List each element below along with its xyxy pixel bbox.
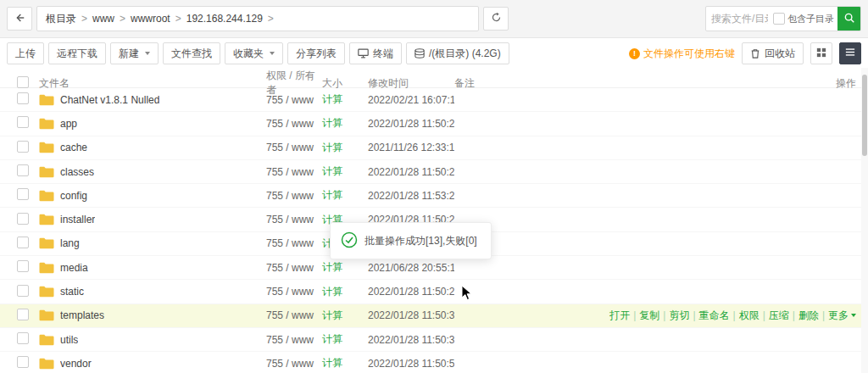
row-action-8[interactable]: 更多 <box>828 309 849 323</box>
right-click-hint: ! 文件操作可使用右键 <box>629 47 735 61</box>
row-action-7[interactable]: 删除 <box>798 309 819 323</box>
search-input[interactable] <box>706 13 773 25</box>
search-button[interactable] <box>837 7 860 31</box>
header-size[interactable]: 大小 <box>322 76 368 91</box>
table-row[interactable]: utils 755 / www 计算 2022/01/28 11:50:33 <box>0 328 868 352</box>
new-menu-button[interactable]: 新建 <box>110 42 159 64</box>
exclamation-icon: ! <box>629 48 640 59</box>
file-name[interactable]: ChatNet v1.8.1 Nulled <box>60 94 159 106</box>
row-permission: 755 / www <box>266 334 322 346</box>
row-mtime: 2022/01/28 11:50:33 <box>368 334 454 346</box>
row-checkbox[interactable] <box>17 285 29 297</box>
table-row[interactable]: classes 755 / www 计算 2022/01/28 11:50:24 <box>0 160 868 184</box>
terminal-button[interactable]: 终端 <box>349 42 402 64</box>
size-calc-link[interactable]: 计算 <box>322 286 342 298</box>
include-subdir-checkbox[interactable] <box>773 13 785 25</box>
back-button[interactable] <box>7 7 32 31</box>
file-name[interactable]: config <box>60 190 87 202</box>
row-checkbox[interactable] <box>17 188 29 200</box>
size-calc-link[interactable]: 计算 <box>322 142 342 153</box>
row-checkbox[interactable] <box>17 164 29 176</box>
row-checkbox[interactable] <box>17 356 29 368</box>
table-row[interactable]: cache 755 / www 计算 2021/11/26 12:33:11 <box>0 136 868 160</box>
scrollbar-thumb[interactable] <box>862 75 867 156</box>
upload-label: 上传 <box>15 47 36 61</box>
table-row[interactable]: static 755 / www 计算 2022/01/28 11:50:29 <box>0 280 868 303</box>
select-all-checkbox[interactable] <box>17 76 29 88</box>
remote-download-button[interactable]: 远程下载 <box>48 42 106 64</box>
table-row[interactable]: config 755 / www 计算 2022/01/28 11:53:26 <box>0 184 868 208</box>
header-note: 备注 <box>454 76 639 91</box>
disk-usage-button[interactable]: /(根目录) (4.2G) <box>406 42 509 64</box>
include-subdir-option[interactable]: 包含子目录 <box>773 13 834 25</box>
recycle-bin-button[interactable]: 回收站 <box>742 42 804 64</box>
table-row[interactable]: templates 755 / www 计算 2022/01/28 11:50:… <box>0 304 868 328</box>
action-separator: | <box>633 309 636 321</box>
size-calc-link[interactable]: 计算 <box>322 333 342 345</box>
refresh-button[interactable] <box>483 7 509 31</box>
row-checkbox[interactable] <box>17 309 29 320</box>
file-name[interactable]: templates <box>60 309 104 321</box>
favorites-menu-button[interactable]: 收藏夹 <box>225 42 283 64</box>
row-checkbox[interactable] <box>17 92 29 104</box>
include-subdir-label: 包含子目录 <box>787 13 834 25</box>
upload-button[interactable]: 上传 <box>7 42 44 64</box>
share-list-button[interactable]: 分享列表 <box>287 42 345 64</box>
breadcrumb-item[interactable]: wwwroot <box>131 13 170 25</box>
row-checkbox[interactable] <box>17 116 29 128</box>
grid-view-button[interactable] <box>810 42 832 64</box>
header-mtime[interactable]: 修改时间 <box>368 76 454 91</box>
row-permission: 755 / www <box>266 118 322 130</box>
row-action-4[interactable]: 重命名 <box>699 309 730 323</box>
size-calc-link[interactable]: 计算 <box>322 189 342 201</box>
row-permission: 755 / www <box>266 190 322 202</box>
file-name[interactable]: classes <box>60 166 94 178</box>
breadcrumb-item[interactable]: 192.168.244.129 <box>186 13 263 25</box>
row-action-1[interactable]: 打开 <box>609 309 630 323</box>
trash-icon <box>750 48 760 58</box>
table-row[interactable]: media 755 / www 计算 2021/06/28 20:55:17 <box>0 256 868 280</box>
file-name[interactable]: utils <box>60 334 78 346</box>
file-name[interactable]: media <box>60 262 88 274</box>
row-action-5[interactable]: 权限 <box>739 309 760 323</box>
file-name[interactable]: lang <box>60 237 80 249</box>
file-name[interactable]: vendor <box>60 358 92 370</box>
table-row[interactable]: vendor 755 / www 计算 2022/01/28 11:50:53 <box>0 352 868 373</box>
row-permission: 755 / www <box>266 262 322 274</box>
scrollbar-track[interactable] <box>861 68 868 373</box>
row-checkbox[interactable] <box>17 141 29 153</box>
size-calc-link[interactable]: 计算 <box>322 93 342 105</box>
breadcrumb-item[interactable]: www <box>92 13 114 25</box>
table-row[interactable]: ChatNet v1.8.1 Nulled 755 / www 计算 2022/… <box>0 88 868 112</box>
folder-icon <box>39 286 54 298</box>
row-action-3[interactable]: 剪切 <box>669 309 689 323</box>
file-search-button[interactable]: 文件查找 <box>163 42 220 64</box>
disk-usage-label: /(根目录) (4.2G) <box>429 47 501 61</box>
size-calc-link[interactable]: 计算 <box>322 165 342 177</box>
row-action-6[interactable]: 压缩 <box>769 309 789 323</box>
file-name[interactable]: app <box>60 118 77 130</box>
file-manager: 根目录>www>wwwroot>192.168.244.129> 包含子目录 上… <box>0 0 868 373</box>
row-checkbox[interactable] <box>17 213 29 225</box>
row-action-2[interactable]: 复制 <box>639 309 659 323</box>
file-name[interactable]: installer <box>60 214 95 225</box>
topbar: 根目录>www>wwwroot>192.168.244.129> 包含子目录 <box>0 0 868 38</box>
row-checkbox[interactable] <box>17 237 29 248</box>
size-calc-link[interactable]: 计算 <box>322 261 342 273</box>
file-name[interactable]: static <box>60 286 84 298</box>
remote-download-label: 远程下载 <box>57 47 97 61</box>
terminal-icon <box>358 48 369 58</box>
row-permission: 755 / www <box>266 142 322 153</box>
list-view-button[interactable] <box>839 42 861 64</box>
row-checkbox[interactable] <box>17 260 29 272</box>
row-checkbox[interactable] <box>17 332 29 344</box>
table-row[interactable]: app 755 / www 计算 2022/01/28 11:50:24 <box>0 112 868 136</box>
breadcrumb-item[interactable]: 根目录 <box>46 12 76 26</box>
folder-icon <box>39 190 54 202</box>
file-name[interactable]: cache <box>60 142 87 153</box>
share-list-label: 分享列表 <box>296 47 337 61</box>
size-calc-link[interactable]: 计算 <box>322 117 342 129</box>
size-calc-link[interactable]: 计算 <box>322 357 342 369</box>
header-filename[interactable]: 文件名 <box>39 76 266 91</box>
size-calc-link[interactable]: 计算 <box>322 309 342 321</box>
